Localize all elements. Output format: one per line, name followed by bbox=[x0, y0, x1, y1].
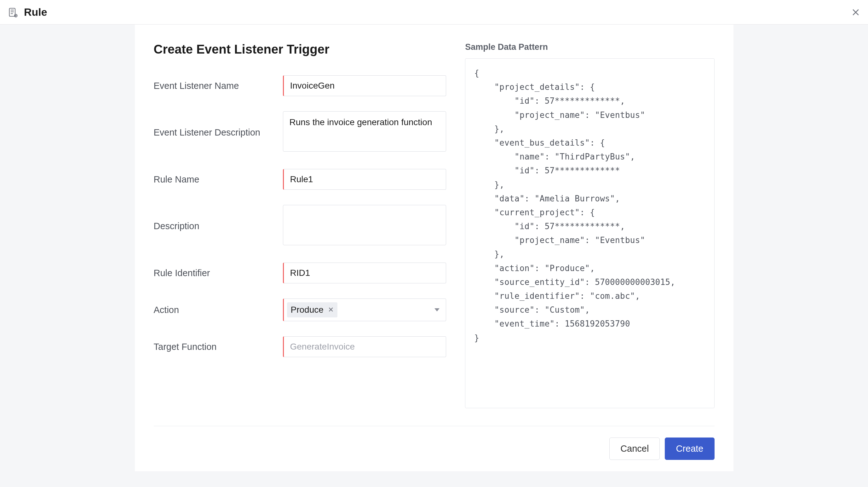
input-event-listener-name[interactable] bbox=[283, 75, 446, 96]
rule-icon bbox=[7, 7, 18, 18]
input-rule-name[interactable] bbox=[283, 169, 446, 190]
cancel-button[interactable]: Cancel bbox=[609, 437, 660, 460]
footer: Cancel Create bbox=[154, 426, 715, 471]
chevron-down-icon bbox=[434, 308, 439, 311]
modal-header: Rule bbox=[0, 0, 868, 25]
input-description[interactable] bbox=[283, 205, 446, 245]
header-title: Rule bbox=[24, 6, 47, 18]
close-icon[interactable] bbox=[851, 7, 861, 17]
create-button[interactable]: Create bbox=[665, 437, 714, 460]
sample-json-box: { "project_details": { "id": 57*********… bbox=[465, 58, 714, 408]
header-left: Rule bbox=[7, 6, 47, 18]
chip-action-label: Produce bbox=[291, 305, 323, 315]
select-action[interactable]: Produce ✕ bbox=[283, 299, 446, 321]
label-target-function: Target Function bbox=[154, 342, 283, 352]
sample-column: Sample Data Pattern { "project_details":… bbox=[465, 42, 714, 408]
chip-action: Produce ✕ bbox=[287, 302, 337, 317]
form-column: Create Event Listener Trigger Event List… bbox=[154, 42, 446, 372]
label-rule-name: Rule Name bbox=[154, 174, 283, 185]
chip-action-remove-icon[interactable]: ✕ bbox=[328, 306, 334, 313]
sample-title: Sample Data Pattern bbox=[465, 42, 714, 52]
label-action: Action bbox=[154, 305, 283, 315]
label-rule-identifier: Rule Identifier bbox=[154, 268, 283, 278]
label-event-listener-name: Event Listener Name bbox=[154, 81, 283, 91]
form-title: Create Event Listener Trigger bbox=[154, 42, 446, 56]
input-rule-identifier[interactable] bbox=[283, 263, 446, 283]
label-description: Description bbox=[154, 221, 283, 231]
main-panel: Create Event Listener Trigger Event List… bbox=[135, 25, 734, 471]
input-event-listener-description[interactable]: Runs the invoice generation function bbox=[283, 111, 446, 152]
input-target-function[interactable] bbox=[283, 336, 446, 357]
label-event-listener-description: Event Listener Description bbox=[154, 127, 283, 138]
